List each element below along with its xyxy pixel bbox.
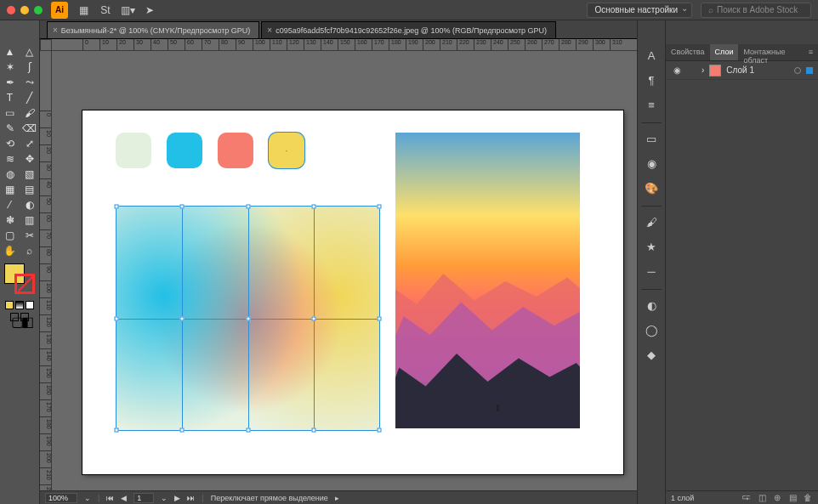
artboard-prev-icon[interactable]: ◀ xyxy=(121,494,127,502)
transform-panel-icon[interactable]: ▭ xyxy=(640,127,662,150)
mesh-tool[interactable]: ▦ xyxy=(0,182,20,196)
close-tab-icon[interactable]: × xyxy=(53,25,58,35)
mesh-anchor[interactable] xyxy=(311,428,315,433)
rectangle-tool[interactable]: ▭ xyxy=(0,105,20,120)
ruler-vertical[interactable]: 0102030405060708090100110120130140150160… xyxy=(40,51,52,490)
color-panel-icon[interactable]: ◯ xyxy=(640,319,662,341)
zoom-dropdown-icon[interactable]: ⌄ xyxy=(84,494,91,502)
character-panel-icon[interactable]: A xyxy=(640,44,662,66)
layer-row[interactable]: ◉ › Слой 1 xyxy=(666,61,818,80)
close-tab-icon[interactable]: × xyxy=(267,25,272,35)
color-mode-gradient[interactable] xyxy=(15,301,24,309)
color-guide-panel-icon[interactable]: ◆ xyxy=(640,343,662,365)
graphic-styles-panel-icon[interactable]: ◐ xyxy=(640,294,662,316)
brushes-panel-icon[interactable]: 🖌 xyxy=(640,211,662,233)
artboard-next-last-icon[interactable]: ⏭ xyxy=(187,494,195,502)
new-sublayer-icon[interactable]: ⊕ xyxy=(772,493,782,503)
status-hint-dropdown-icon[interactable]: ▸ xyxy=(335,494,339,502)
stroke-panel-icon[interactable]: ─ xyxy=(640,260,662,282)
search-stock-input[interactable]: ⌕ Поиск в Adobe Stock xyxy=(701,3,811,18)
swatch-2[interactable] xyxy=(167,133,202,168)
eyedropper-tool[interactable]: ⁄ xyxy=(0,197,20,212)
width-tool[interactable]: ≋ xyxy=(0,151,20,166)
panel-tab-artboards[interactable]: Монтажные област xyxy=(738,44,803,60)
align-panel-icon[interactable]: ≡ xyxy=(640,93,662,116)
mesh-anchor[interactable] xyxy=(246,316,250,320)
mesh-anchor[interactable] xyxy=(246,205,250,209)
mesh-anchor[interactable] xyxy=(115,316,119,320)
scale-tool[interactable]: ⤢ xyxy=(20,136,39,150)
type-tool[interactable]: T xyxy=(0,90,20,105)
delete-layer-icon[interactable]: 🗑 xyxy=(803,493,813,503)
mesh-anchor[interactable] xyxy=(378,205,382,209)
selection-tool[interactable]: ▲ xyxy=(0,44,20,59)
appearance-panel-icon[interactable]: ◉ xyxy=(640,152,662,174)
swatch-4-selected[interactable] xyxy=(269,133,304,168)
symbol-sprayer-tool[interactable]: ❃ xyxy=(0,212,20,227)
swatches-panel-icon[interactable]: 🎨 xyxy=(640,177,662,199)
swatch-3[interactable] xyxy=(218,133,253,168)
panel-tab-properties[interactable]: Свойства xyxy=(666,44,710,60)
gradient-tool[interactable]: ▤ xyxy=(20,182,39,196)
stock-icon[interactable]: St xyxy=(99,3,112,17)
shape-builder-tool[interactable]: ◍ xyxy=(0,167,20,181)
artboard-next-icon[interactable]: ▶ xyxy=(174,494,180,502)
minimize-window-icon[interactable] xyxy=(20,6,29,14)
draw-mode-normal[interactable]: ▢ xyxy=(10,313,19,321)
paragraph-panel-icon[interactable]: ¶ xyxy=(640,69,662,91)
artboard-prev-first-icon[interactable]: ⏮ xyxy=(106,494,114,502)
panel-tab-layers[interactable]: Слои xyxy=(710,44,739,60)
gradient-mesh-object[interactable] xyxy=(116,206,380,431)
stroke-swatch[interactable] xyxy=(14,274,35,294)
shaper-tool[interactable]: ✎ xyxy=(0,121,20,135)
mesh-anchor[interactable] xyxy=(311,205,315,209)
perspective-tool[interactable]: ▧ xyxy=(20,167,39,181)
mesh-anchor[interactable] xyxy=(180,205,185,209)
home-icon[interactable]: ▦ xyxy=(77,3,90,17)
mesh-anchor[interactable] xyxy=(115,205,119,209)
panel-menu-icon[interactable]: ≡ xyxy=(804,44,818,60)
close-window-icon[interactable] xyxy=(7,6,15,14)
target-icon[interactable] xyxy=(794,67,801,74)
ruler-origin[interactable] xyxy=(40,39,52,51)
canvas-viewport[interactable] xyxy=(52,51,637,490)
mesh-anchor[interactable] xyxy=(311,316,315,320)
artboard[interactable] xyxy=(82,110,623,474)
document-tab[interactable]: × Безымянный-2* @ 100% (CMYK/Предпросмот… xyxy=(47,21,259,38)
hand-tool[interactable]: ✋ xyxy=(0,243,20,258)
mesh-anchor[interactable] xyxy=(378,316,382,320)
color-mode-color[interactable] xyxy=(5,301,14,309)
rotate-tool[interactable]: ⟲ xyxy=(0,136,20,150)
zoom-window-icon[interactable] xyxy=(34,6,43,14)
locate-object-icon[interactable]: ⮓ xyxy=(741,493,752,503)
free-transform-tool[interactable]: ✥ xyxy=(20,151,39,166)
visibility-toggle-icon[interactable]: ◉ xyxy=(671,65,683,75)
slice-tool[interactable]: ✂ xyxy=(20,228,39,242)
curvature-tool[interactable]: ⤳ xyxy=(20,75,39,89)
layer-thumbnail[interactable] xyxy=(709,65,721,76)
line-segment-tool[interactable]: ╱ xyxy=(20,90,39,105)
layer-name[interactable]: Слой 1 xyxy=(726,65,754,75)
mesh-anchor[interactable] xyxy=(115,428,119,433)
arrange-documents-icon[interactable]: ▥▾ xyxy=(121,3,134,17)
magic-wand-tool[interactable]: ✶ xyxy=(0,59,20,74)
zoom-field[interactable]: 100% xyxy=(45,493,77,503)
selection-indicator-icon[interactable] xyxy=(806,67,813,74)
artboard-dropdown-icon[interactable]: ⌄ xyxy=(161,494,168,502)
gpu-preview-icon[interactable]: ➤ xyxy=(143,3,156,17)
column-graph-tool[interactable]: ▥ xyxy=(20,212,39,227)
placed-image[interactable] xyxy=(395,133,580,428)
workspace-selector[interactable]: Основные настройки xyxy=(587,3,692,18)
mesh-anchor[interactable] xyxy=(246,428,250,433)
paintbrush-tool[interactable]: 🖌 xyxy=(20,105,39,120)
blend-tool[interactable]: ◐ xyxy=(20,197,39,212)
draw-mode-behind[interactable]: ◧ xyxy=(20,313,29,321)
ruler-horizontal[interactable]: 0102030405060708090100110120130140150160… xyxy=(52,39,637,51)
expand-layer-icon[interactable]: › xyxy=(702,65,704,75)
clipping-mask-icon[interactable]: ◫ xyxy=(757,493,767,503)
eraser-tool[interactable]: ⌫ xyxy=(20,121,39,135)
lasso-tool[interactable]: ʃ xyxy=(20,59,39,74)
mesh-anchor[interactable] xyxy=(378,428,382,433)
color-mode-none[interactable] xyxy=(26,301,34,309)
mesh-anchor[interactable] xyxy=(180,316,185,320)
